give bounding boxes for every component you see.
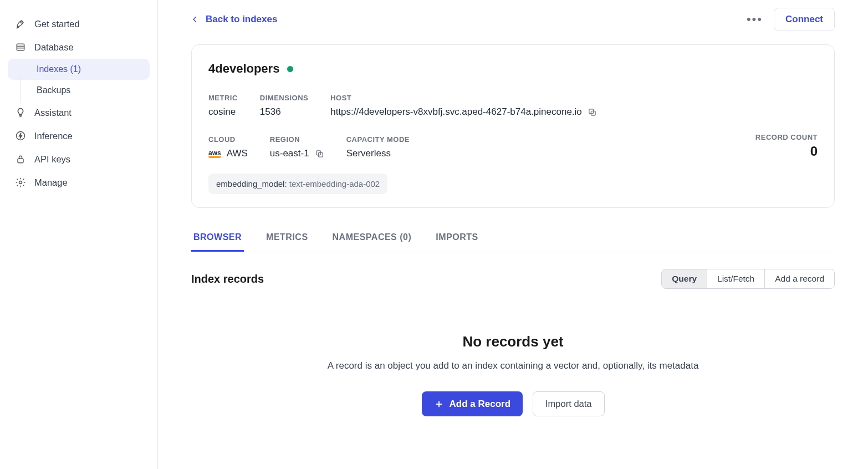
record-count-value: 0 (755, 144, 818, 159)
nav-label: API keys (34, 154, 70, 165)
add-record-button[interactable]: Add a Record (422, 391, 523, 416)
metric-value: cosine (208, 106, 238, 118)
capacity-block: CAPACITY MODE Serverless (346, 135, 410, 159)
empty-state: No records yet A record is an object you… (191, 317, 835, 416)
nav-inference[interactable]: Inference (0, 124, 157, 147)
aws-icon: aws (208, 149, 221, 158)
record-count-block: RECORD COUNT 0 (755, 133, 818, 159)
nav-label: Assistant (34, 108, 72, 118)
records-mode-segmented: Query List/Fetch Add a record (661, 269, 835, 289)
chevron-left-icon (191, 16, 199, 23)
records-header: Index records Query List/Fetch Add a rec… (191, 269, 835, 289)
nav-api-keys[interactable]: API keys (0, 147, 157, 171)
nav-label: Inference (34, 131, 73, 141)
lock-icon (14, 153, 27, 165)
connect-button[interactable]: Connect (774, 8, 835, 31)
host-block: HOST https://4developers-v8xvbfj.svc.ape… (330, 94, 597, 118)
cloud-block: CLOUD aws AWS (208, 135, 248, 159)
back-label: Back to indexes (206, 14, 277, 25)
seg-query[interactable]: Query (662, 269, 707, 288)
seg-add-record[interactable]: Add a record (765, 269, 834, 288)
region-block: REGION us-east-1 (270, 135, 324, 159)
database-icon (14, 41, 27, 53)
seg-list-fetch[interactable]: List/Fetch (707, 269, 765, 288)
tab-browser[interactable]: BROWSER (191, 225, 244, 252)
embedding-model-tag: embedding_model: text-embedding-ada-002 (208, 174, 387, 194)
svg-rect-5 (18, 159, 23, 163)
nav-sub-label: Backups (37, 85, 70, 95)
nav-assistant[interactable]: Assistant (0, 101, 157, 124)
back-to-indexes-link[interactable]: Back to indexes (191, 14, 277, 25)
status-indicator-icon (287, 66, 293, 72)
dimensions-value: 1536 (260, 106, 308, 118)
record-count-label: RECORD COUNT (755, 133, 818, 141)
metric-label: METRIC (208, 94, 238, 102)
svg-point-4 (17, 132, 25, 140)
host-value: https://4developers-v8xvbfj.svc.aped-462… (330, 106, 582, 118)
add-record-label: Add a Record (450, 399, 511, 410)
copy-host-button[interactable] (588, 108, 597, 117)
main-content: Back to indexes ••• Connect 4developers … (158, 0, 868, 469)
import-data-button[interactable]: Import data (533, 391, 604, 416)
svg-point-6 (19, 181, 22, 184)
rocket-icon (14, 18, 27, 30)
sidebar: Get started Database Indexes (1) Backups… (0, 0, 158, 469)
index-summary-card: 4developers METRIC cosine DIMENSIONS 153… (191, 44, 835, 208)
svg-rect-1 (17, 44, 24, 50)
tag-key: embedding_model: (216, 179, 287, 188)
nav-manage[interactable]: Manage (0, 171, 157, 194)
tag-value: text-embedding-ada-002 (289, 179, 380, 188)
bolt-icon (14, 130, 27, 142)
plus-icon (434, 399, 444, 409)
records-title: Index records (191, 273, 264, 286)
tabs: BROWSER METRICS NAMESPACES (0) IMPORTS (191, 225, 835, 252)
nav-label: Manage (34, 177, 68, 188)
lightbulb-icon (14, 106, 27, 119)
region-value: us-east-1 (270, 148, 309, 159)
svg-point-0 (21, 22, 22, 23)
nav-label: Database (34, 42, 74, 53)
cloud-label: CLOUD (208, 135, 248, 144)
metric-block: METRIC cosine (208, 94, 238, 118)
tab-metrics[interactable]: METRICS (264, 225, 310, 252)
gear-icon (14, 176, 27, 188)
empty-subtitle: A record is an object you add to an inde… (191, 360, 835, 371)
tab-namespaces[interactable]: NAMESPACES (0) (330, 225, 414, 252)
copy-region-button[interactable] (315, 149, 324, 159)
nav-database[interactable]: Database (0, 35, 157, 59)
nav-sub-indexes[interactable]: Indexes (1) (8, 59, 150, 80)
capacity-label: CAPACITY MODE (346, 135, 410, 144)
cloud-value: AWS (227, 148, 248, 159)
index-name: 4developers (208, 62, 279, 76)
region-label: REGION (270, 135, 324, 144)
nav-get-started[interactable]: Get started (0, 12, 157, 35)
topbar: Back to indexes ••• Connect (191, 8, 835, 31)
more-menu-button[interactable]: ••• (743, 10, 766, 29)
tree-line (20, 78, 21, 103)
dimensions-block: DIMENSIONS 1536 (260, 94, 308, 118)
tab-imports[interactable]: IMPORTS (433, 225, 480, 252)
empty-title: No records yet (191, 333, 835, 350)
capacity-value: Serverless (346, 148, 410, 159)
nav-sub-label: Indexes (1) (37, 64, 81, 74)
dimensions-label: DIMENSIONS (260, 94, 308, 102)
host-label: HOST (330, 94, 597, 102)
nav-sub-backups[interactable]: Backups (0, 80, 157, 101)
nav-label: Get started (34, 19, 80, 29)
